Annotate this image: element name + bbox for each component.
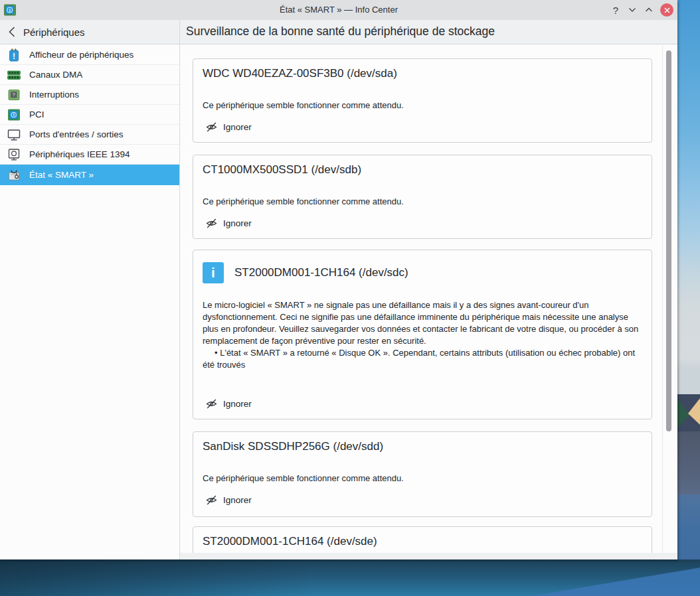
ignore-label: Ignorer [223, 122, 252, 132]
pci-icon: i [7, 108, 21, 122]
disk-status-text: Ce périphérique semble fonctionner comme… [203, 473, 642, 483]
ieee1394-icon [7, 147, 21, 162]
sidebar-item-dma-channels[interactable]: Canaux DMA [0, 65, 179, 85]
sidebar-item-label: Interruptions [29, 90, 79, 100]
ignore-label: Ignorer [223, 399, 252, 409]
window-frame-strip [180, 553, 677, 559]
minimize-button[interactable] [627, 5, 638, 15]
desktop: i État « SMART » — Info Center ? [0, 0, 700, 596]
disk-card-sdc: i ST2000DM001-1CH164 (/dev/sdc) Le micro… [193, 250, 652, 419]
sidebar-item-label: Périphériques IEEE 1394 [29, 149, 130, 159]
chevron-left-icon [8, 26, 16, 38]
info-icon: i [203, 262, 224, 283]
sidebar-item-label: Canaux DMA [29, 70, 82, 80]
titlebar[interactable]: i État « SMART » — Info Center ? [0, 0, 677, 20]
wallpaper-facet [677, 431, 700, 494]
disk-title: ST2000DM001-1CH164 (/dev/sde) [203, 535, 642, 548]
ignore-label: Ignorer [223, 218, 252, 228]
io-ports-icon [7, 127, 21, 142]
sidebar-item-ieee1394[interactable]: Périphériques IEEE 1394 [0, 145, 179, 165]
ignore-button[interactable]: Ignorer [203, 119, 254, 135]
back-button[interactable]: Périphériques [8, 26, 85, 38]
wallpaper-facet [677, 494, 700, 559]
sidebar: ! Afficheur de périphériques Canaux DMA [0, 45, 179, 559]
sidebar-item-label: Afficheur de périphériques [29, 50, 133, 60]
disk-status-text: Ce périphérique semble fonctionner comme… [203, 196, 642, 206]
dma-channels-icon [7, 68, 21, 82]
window-title: État « SMART » — Info Center [0, 0, 677, 20]
back-label: Périphériques [23, 27, 85, 38]
maximize-button[interactable] [644, 5, 654, 15]
disk-warning-bullet: • L'état « SMART » a retourné « Disque O… [203, 347, 644, 371]
scrollbar-track [662, 45, 663, 553]
sidebar-item-label: PCI [29, 110, 44, 119]
ignore-button[interactable]: Ignorer [203, 492, 254, 508]
sidebar-item-device-viewer[interactable]: ! Afficheur de périphériques [0, 45, 179, 65]
eye-off-icon [205, 121, 218, 133]
disk-card-sda: WDC WD40EZAZ-00SF3B0 (/dev/sda) Ce périp… [193, 58, 652, 143]
eye-off-icon [205, 217, 218, 230]
interrupts-icon: ? [7, 88, 21, 102]
disk-title: WDC WD40EZAZ-00SF3B0 (/dev/sda) [203, 67, 642, 80]
help-button[interactable]: ? [610, 5, 621, 16]
svg-text:!: ! [13, 51, 15, 60]
close-button[interactable] [660, 3, 673, 17]
header-row: Périphériques Surveillance de la bonne s… [0, 20, 677, 44]
disk-card-sdd: SanDisk SDSSDHP256G (/dev/sdd) Ce périph… [193, 431, 652, 517]
sidebar-item-pci[interactable]: i PCI [0, 105, 179, 125]
page-title: Surveillance de la bonne santé du périph… [186, 25, 495, 38]
eye-off-icon [205, 398, 218, 410]
ignore-button[interactable]: Ignorer [203, 396, 254, 411]
ignore-button[interactable]: Ignorer [203, 216, 254, 231]
sidebar-item-label: État « SMART » [29, 170, 94, 180]
svg-text:?: ? [12, 92, 15, 98]
disk-card-sde: ST2000DM001-1CH164 (/dev/sde) [193, 526, 652, 553]
disk-warning-text: Le micro-logiciel « SMART » ne signale p… [203, 299, 644, 347]
sidebar-item-io-ports[interactable]: Ports d'entrées / sorties [0, 125, 179, 145]
smart-status-panel: WDC WD40EZAZ-00SF3B0 (/dev/sda) Ce périp… [180, 45, 677, 553]
disk-card-sdb: CT1000MX500SSD1 (/dev/sdb) Ce périphériq… [193, 155, 652, 239]
disk-title: CT1000MX500SSD1 (/dev/sdb) [203, 163, 642, 177]
info-center-window: i État « SMART » — Info Center ? [0, 0, 677, 559]
disk-status-text: Ce périphérique semble fonctionner comme… [203, 100, 642, 110]
disk-title: ST2000DM001-1CH164 (/dev/sdc) [234, 266, 408, 279]
smart-status-icon [7, 168, 21, 183]
disk-title: SanDisk SDSSDHP256G (/dev/sdd) [203, 440, 642, 453]
eye-off-icon [205, 494, 218, 506]
device-viewer-icon: ! [7, 48, 21, 62]
svg-text:i: i [13, 112, 15, 117]
scrollbar-handle[interactable] [666, 50, 671, 431]
ignore-label: Ignorer [223, 495, 252, 505]
sidebar-item-label: Ports d'entrées / sorties [29, 129, 123, 139]
sidebar-item-interrupts[interactable]: ? Interruptions [0, 85, 179, 105]
sidebar-item-smart-status[interactable]: État « SMART » [0, 165, 179, 185]
